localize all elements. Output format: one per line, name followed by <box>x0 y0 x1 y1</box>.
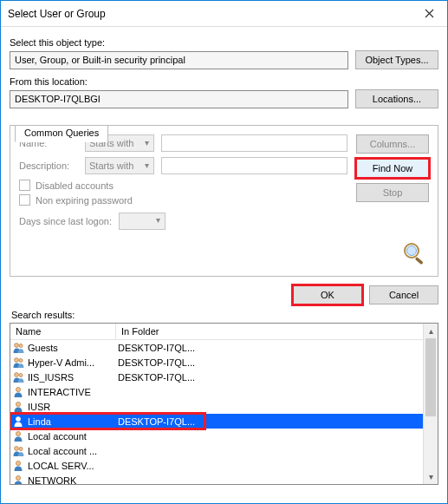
user-icon <box>12 474 26 485</box>
table-row[interactable]: IIS_IUSRS DESKTOP-I7QL... <box>10 370 438 384</box>
scroll-down-icon: ▾ <box>424 469 438 484</box>
svg-point-11 <box>16 416 20 421</box>
location-label: From this location: <box>10 76 438 87</box>
disabled-accounts-checkbox[interactable]: Disabled accounts <box>19 180 347 191</box>
table-row[interactable]: IUSR <box>10 399 438 414</box>
row-name: Local account <box>28 431 116 442</box>
group-icon <box>12 370 26 384</box>
user-icon <box>12 415 26 429</box>
svg-point-14 <box>19 447 23 450</box>
user-icon <box>12 385 26 399</box>
object-type-field: User, Group, or Built-in security princi… <box>10 51 348 69</box>
tab-common-queries[interactable]: Common Queries <box>15 125 108 142</box>
results-header: Name In Folder <box>10 324 438 340</box>
stop-button[interactable]: Stop <box>356 183 429 202</box>
group-icon <box>12 444 26 458</box>
svg-point-3 <box>15 343 19 347</box>
days-since-logon-label: Days since last logon: <box>19 216 112 226</box>
chevron-down-icon: ▾ <box>145 138 149 147</box>
svg-point-6 <box>19 358 23 362</box>
row-name: Local account ... <box>28 446 116 456</box>
column-name[interactable]: Name <box>10 324 116 339</box>
svg-point-12 <box>16 431 20 435</box>
column-folder[interactable]: In Folder <box>116 324 438 339</box>
group-icon <box>12 341 26 355</box>
vertical-scrollbar[interactable]: ▴ ▾ <box>423 324 438 484</box>
title-bar: Select User or Group <box>1 1 447 27</box>
row-folder: DESKTOP-I7QL... <box>116 416 205 427</box>
row-folder: DESKTOP-I7QL... <box>116 343 438 353</box>
table-row[interactable]: Local account ... <box>10 443 438 458</box>
locations-button[interactable]: Locations... <box>355 89 438 108</box>
svg-point-1 <box>407 246 417 256</box>
user-icon <box>12 459 26 473</box>
svg-point-15 <box>16 461 20 465</box>
checkbox-icon <box>19 180 30 191</box>
results-body[interactable]: Guests DESKTOP-I7QL... Hyper-V Admi... D… <box>10 340 438 484</box>
query-frame: Name: Starts with ▾ Description: Starts … <box>10 125 438 277</box>
table-row[interactable]: Guests DESKTOP-I7QL... <box>10 340 438 355</box>
find-now-button[interactable]: Find Now <box>356 159 429 178</box>
row-folder: DESKTOP-I7QL... <box>116 372 438 383</box>
row-name: Guests <box>28 343 116 353</box>
days-since-logon-combo[interactable] <box>119 213 166 230</box>
description-label: Description: <box>19 160 78 171</box>
svg-point-8 <box>19 373 23 376</box>
location-field: DESKTOP-I7QLBGI <box>10 90 348 108</box>
query-tabset: Common Queries Name: Starts with ▾ Descr… <box>10 125 438 277</box>
svg-point-16 <box>16 475 20 480</box>
columns-button[interactable]: Columns... <box>356 134 429 154</box>
checkbox-icon <box>19 194 30 206</box>
svg-rect-2 <box>415 257 424 265</box>
name-input[interactable] <box>161 134 347 152</box>
scroll-up-icon: ▴ <box>424 324 438 338</box>
search-icon <box>399 239 429 265</box>
row-name: NETWORK <box>28 475 116 485</box>
svg-point-9 <box>16 387 20 391</box>
svg-point-7 <box>15 372 19 376</box>
table-row[interactable]: Linda DESKTOP-I7QL... <box>10 414 438 429</box>
row-name: INTERACTIVE <box>28 387 116 397</box>
row-name: LOCAL SERV... <box>28 461 116 471</box>
search-results-label: Search results: <box>11 310 438 320</box>
row-name: Linda <box>28 416 116 427</box>
description-mode-combo[interactable]: Starts with ▾ <box>85 157 154 174</box>
row-name: IUSR <box>28 402 116 412</box>
scrollbar-thumb[interactable] <box>425 338 436 416</box>
row-name: IIS_IUSRS <box>28 372 116 383</box>
table-row[interactable]: NETWORK <box>10 473 438 484</box>
query-left: Name: Starts with ▾ Description: Starts … <box>19 134 347 265</box>
table-row[interactable]: INTERACTIVE <box>10 384 438 399</box>
object-types-button[interactable]: Object Types... <box>355 50 438 69</box>
row-name: Hyper-V Admi... <box>28 357 116 368</box>
svg-point-5 <box>15 357 19 362</box>
search-results: Name In Folder Guests DESKTOP-I7QL... Hy… <box>10 323 438 485</box>
table-row[interactable]: LOCAL SERV... <box>10 458 438 473</box>
table-row[interactable]: Hyper-V Admi... DESKTOP-I7QL... <box>10 355 438 370</box>
description-input[interactable] <box>161 157 347 174</box>
group-icon <box>12 356 26 370</box>
close-button[interactable] <box>411 1 447 27</box>
ok-button[interactable]: OK <box>293 285 362 304</box>
user-icon <box>12 429 26 443</box>
cancel-button[interactable]: Cancel <box>369 285 438 304</box>
window-title: Select User or Group <box>1 8 411 20</box>
user-icon <box>12 400 26 414</box>
close-icon <box>425 9 434 18</box>
dialog-body: Select this object type: User, Group, or… <box>1 27 447 490</box>
chevron-down-icon: ▾ <box>145 160 149 170</box>
svg-point-10 <box>16 402 20 406</box>
query-right: Columns... Find Now Stop <box>347 134 429 265</box>
table-row[interactable]: Local account <box>10 429 438 443</box>
svg-point-13 <box>15 446 19 450</box>
non-expiring-password-checkbox[interactable]: Non expiring password <box>19 194 347 206</box>
row-folder: DESKTOP-I7QL... <box>116 357 438 368</box>
object-type-label: Select this object type: <box>10 37 438 48</box>
svg-point-4 <box>19 344 23 347</box>
